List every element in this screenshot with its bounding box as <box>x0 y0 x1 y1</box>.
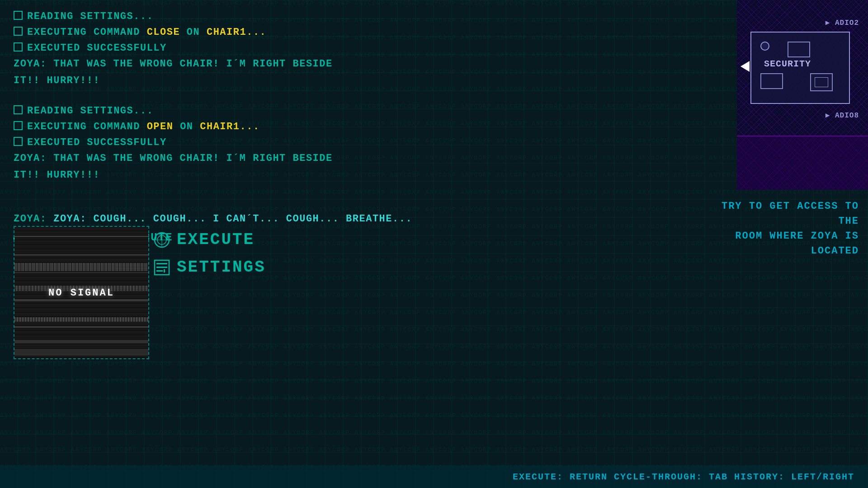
log-text-4: READING SETTINGS... <box>27 103 153 118</box>
scan-line-5 <box>14 326 148 328</box>
settings-menu-item[interactable]: SETTINGS <box>154 258 266 277</box>
checkbox-2 <box>14 27 23 36</box>
log-text-1: READING SETTINGS... <box>27 9 153 24</box>
log-line-3: EXECUTED SUCCESSFULLY <box>14 41 497 56</box>
svg-rect-8 <box>164 269 165 272</box>
settings-label: SETTINGS <box>177 258 266 277</box>
map-monitor-element <box>810 73 833 91</box>
map-security-label: SECURITY <box>764 59 811 69</box>
checkbox-3 <box>14 42 23 52</box>
highlight-open: OPEN <box>147 121 174 132</box>
dialog-line-1b: IT!! HURRY!!! <box>14 73 497 88</box>
objective-line2: ROOM WHERE ZOYA IS LOCATED <box>696 229 859 258</box>
map-element-rect1 <box>788 42 810 57</box>
log-line-2: EXECUTING COMMAND CLOSE ON CHAIR1... <box>14 25 497 40</box>
log-line-6: EXECUTED SUCCESSFULLY <box>14 135 497 150</box>
map-bottom-area <box>737 136 868 190</box>
noise-row-1 <box>14 263 148 271</box>
no-signal-label: NO SIGNAL <box>48 287 114 298</box>
highlight-chair1-2: CHAIR1... <box>200 121 259 132</box>
log-text-5: EXECUTING COMMAND OPEN ON CHAIR1... <box>27 119 260 134</box>
scan-line-2 <box>14 254 148 256</box>
menu-options: EXECUTE SETTINGS <box>154 230 266 286</box>
video-feed-container: NO SIGNAL <box>14 226 149 359</box>
map-area: ▶ ADIO2 SECURITY ▶ ADIO8 <box>737 0 868 190</box>
dialog-line-1: ZOYA: THAT WAS THE WRONG CHAIR! I´M RIGH… <box>14 56 497 71</box>
log-line-5: EXECUTING COMMAND OPEN ON CHAIR1... <box>14 119 497 134</box>
map-monitor-screen <box>815 77 828 87</box>
map-cursor-icon <box>741 61 750 72</box>
objective-area: TRY TO GET ACCESS TO THE ROOM WHERE ZOYA… <box>696 199 868 258</box>
status-bar: EXECUTE: RETURN CYCLE-THROUGH: TAB HISTO… <box>0 465 868 488</box>
checkbox-6 <box>14 137 23 146</box>
dialog-line-2: ZOYA: THAT WAS THE WRONG CHAIR! I´M RIGH… <box>14 151 497 166</box>
scan-line-3 <box>14 272 148 273</box>
checkbox-5 <box>14 121 23 130</box>
status-text: EXECUTE: RETURN CYCLE-THROUGH: TAB HISTO… <box>513 472 854 482</box>
dialog-line-2b: IT!! HURRY!!! <box>14 168 497 183</box>
highlight-chair1-1: CHAIR1... <box>207 27 266 38</box>
highlight-close: CLOSE <box>147 27 180 38</box>
noise-row-3 <box>14 317 148 322</box>
log-text-2: EXECUTING COMMAND CLOSE ON CHAIR1... <box>27 25 266 40</box>
scan-line-1 <box>14 236 148 237</box>
objective-line1: TRY TO GET ACCESS TO THE <box>696 199 859 229</box>
log-text-3: EXECUTED SUCCESSFULLY <box>27 41 167 56</box>
map-element-circle <box>760 42 769 51</box>
map-background: ▶ ADIO2 SECURITY ▶ ADIO8 <box>737 0 868 190</box>
zoya-breathe-dialog: ZOYA: ZOYA: COUGH... COUGH... I CAN´T...… <box>14 211 497 226</box>
map-label-adio2: ▶ ADIO2 <box>826 18 859 27</box>
settings-icon <box>154 259 170 276</box>
log-line-1: READING SETTINGS... <box>14 9 497 24</box>
svg-rect-6 <box>156 267 167 268</box>
map-label-adio8: ▶ ADIO8 <box>826 111 859 120</box>
scan-line-4 <box>14 299 148 301</box>
checkbox-1 <box>14 11 23 20</box>
svg-rect-7 <box>156 270 163 272</box>
execute-label: EXECUTE <box>177 230 255 249</box>
log-line-4: READING SETTINGS... <box>14 103 497 118</box>
execute-icon <box>154 232 170 248</box>
log-text-6: EXECUTED SUCCESSFULLY <box>27 135 167 150</box>
video-feed-inner: NO SIGNAL <box>14 227 148 358</box>
scan-line-6 <box>14 340 148 343</box>
map-element-rect2 <box>760 73 783 89</box>
scan-line-7 <box>14 349 148 356</box>
svg-rect-5 <box>156 263 167 264</box>
checkbox-4 <box>14 105 23 114</box>
zoya-breathe-text: ZOYA: COUGH... COUGH... I CAN´T... COUGH… <box>53 213 412 225</box>
execute-menu-item[interactable]: EXECUTE <box>154 230 266 249</box>
